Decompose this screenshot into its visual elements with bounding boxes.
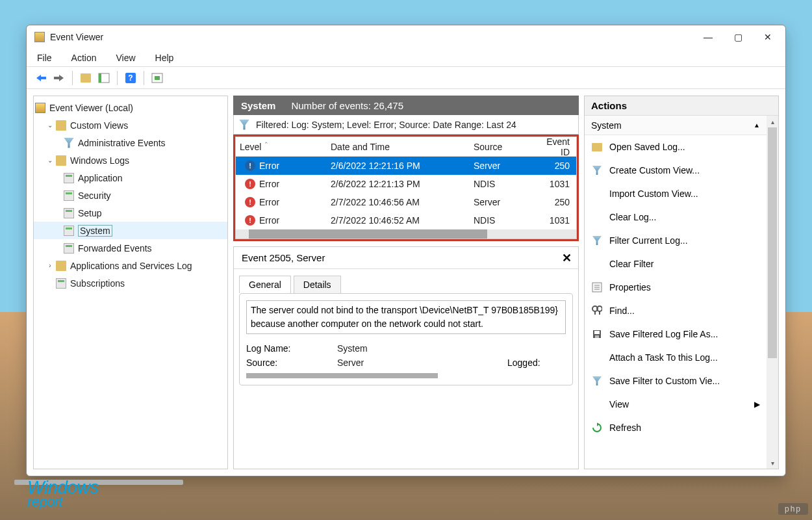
action-item[interactable]: Refresh xyxy=(585,416,767,439)
event-row[interactable]: !Error2/6/2022 12:21:16 PMServer250 xyxy=(236,157,576,175)
tree-admin-events[interactable]: Administrative Events xyxy=(34,134,227,151)
action-label: View xyxy=(609,399,629,410)
action-item[interactable]: Save Filter to Custom Vie... xyxy=(585,369,767,393)
scroll-up-icon[interactable]: ▴ xyxy=(767,116,778,127)
actions-vscrollbar[interactable]: ▴ ▾ xyxy=(767,116,778,469)
svg-rect-1 xyxy=(99,73,101,83)
col-level[interactable]: Level⌃ xyxy=(236,142,327,152)
expand-icon[interactable]: › xyxy=(45,262,55,269)
tree-windows-logs[interactable]: ⌄Windows Logs xyxy=(34,151,227,169)
detail-close-button[interactable]: ✕ xyxy=(562,251,572,265)
action-item[interactable]: Import Custom View... xyxy=(585,182,767,205)
action-item[interactable]: Find... xyxy=(585,299,767,322)
error-icon: ! xyxy=(245,161,255,171)
action-item[interactable]: Properties xyxy=(585,276,767,299)
log-icon xyxy=(64,190,74,201)
error-icon: ! xyxy=(245,197,255,207)
tree-custom-views[interactable]: ⌄Custom Views xyxy=(34,116,227,134)
detail-body: The server could not bind to the transpo… xyxy=(239,293,573,385)
col-event[interactable]: Event ID xyxy=(535,136,576,157)
maximize-button[interactable]: ▢ xyxy=(723,27,753,47)
action-item[interactable]: Open Saved Log... xyxy=(585,135,767,159)
action-item[interactable]: View▶ xyxy=(585,393,767,416)
svg-rect-5 xyxy=(155,76,160,80)
event-source: NDIS xyxy=(470,215,535,226)
navigation-tree[interactable]: Event Viewer (Local) ⌄Custom Views Admin… xyxy=(33,96,228,469)
source-value: Server xyxy=(337,358,507,368)
back-button[interactable] xyxy=(33,70,49,86)
blank-icon xyxy=(591,398,603,410)
tree-apps-services[interactable]: ›Applications and Services Log xyxy=(34,257,227,274)
tab-general[interactable]: General xyxy=(239,276,291,293)
toolbar-separator xyxy=(72,71,73,85)
event-count: Number of events: 26,475 xyxy=(291,100,403,111)
menu-view[interactable]: View xyxy=(112,51,139,64)
menu-action[interactable]: Action xyxy=(68,51,101,64)
error-icon: ! xyxy=(245,179,255,189)
tree-forwarded[interactable]: Forwarded Events xyxy=(34,239,227,257)
events-hscrollbar[interactable] xyxy=(236,229,576,239)
collapse-icon[interactable]: ⌄ xyxy=(45,122,55,129)
tree-system[interactable]: System xyxy=(34,222,227,239)
tree-subscriptions[interactable]: Subscriptions xyxy=(34,274,227,292)
close-button[interactable]: ✕ xyxy=(753,27,783,47)
toolbar-folder-icon[interactable] xyxy=(78,70,94,86)
event-id: 250 xyxy=(535,197,576,207)
collapse-icon[interactable]: ⌄ xyxy=(45,157,55,164)
refresh-icon xyxy=(591,422,603,434)
tab-details[interactable]: Details xyxy=(294,276,341,293)
tree-security[interactable]: Security xyxy=(34,187,227,204)
action-item[interactable]: Clear Log... xyxy=(585,205,767,229)
event-date: 2/6/2022 12:21:16 PM xyxy=(327,161,470,171)
log-icon xyxy=(64,243,74,254)
event-row[interactable]: !Error2/7/2022 10:46:56 AMServer250 xyxy=(236,193,576,211)
col-source[interactable]: Source xyxy=(470,142,535,152)
toolbar-help-icon[interactable]: ? xyxy=(123,70,138,86)
events-list[interactable]: Level⌃ Date and Time Source Event ID !Er… xyxy=(235,136,577,239)
folder-icon xyxy=(56,261,66,271)
toolbar-preview-icon[interactable] xyxy=(149,70,165,86)
scroll-down-icon[interactable]: ▾ xyxy=(767,457,778,469)
col-date[interactable]: Date and Time xyxy=(327,142,470,152)
menubar: File Action View Help xyxy=(27,49,785,67)
submenu-icon: ▶ xyxy=(754,400,760,409)
folder-icon xyxy=(56,155,66,166)
actions-section-header[interactable]: System ▲ xyxy=(585,116,767,135)
filter-row: Filtered: Log: System; Level: Error; Sou… xyxy=(233,115,579,135)
tree-setup[interactable]: Setup xyxy=(34,204,227,222)
action-item[interactable]: Save Filtered Log File As... xyxy=(585,322,767,346)
detail-hscrollbar[interactable] xyxy=(246,373,438,378)
toolbar-separator xyxy=(117,71,118,85)
error-icon: ! xyxy=(245,215,255,226)
log-name-label: Log Name: xyxy=(246,343,337,354)
action-item[interactable]: Clear Filter xyxy=(585,252,767,276)
find-icon xyxy=(591,305,603,317)
detail-title: Event 2505, Server xyxy=(242,252,325,263)
svg-rect-13 xyxy=(594,331,600,334)
folder-icon xyxy=(56,120,66,131)
blank-icon xyxy=(591,258,603,270)
log-icon xyxy=(64,173,74,183)
event-row[interactable]: !Error2/7/2022 10:46:52 AMNDIS1031 xyxy=(236,211,576,229)
sort-indicator-icon: ⌃ xyxy=(264,141,269,148)
menu-file[interactable]: File xyxy=(33,51,56,64)
blank-icon xyxy=(591,352,603,363)
forward-button[interactable] xyxy=(51,70,67,86)
tree-application[interactable]: Application xyxy=(34,169,227,187)
action-item[interactable]: Filter Current Log... xyxy=(585,229,767,252)
action-item[interactable]: Attach a Task To this Log... xyxy=(585,346,767,369)
filter-icon xyxy=(591,164,603,176)
event-row[interactable]: !Error2/6/2022 12:21:13 PMNDIS1031 xyxy=(236,175,576,193)
toolbar-pane-icon[interactable] xyxy=(96,70,112,86)
menu-help[interactable]: Help xyxy=(151,51,178,64)
event-level: Error xyxy=(259,179,279,189)
content-area: Event Viewer (Local) ⌄Custom Views Admin… xyxy=(27,89,785,476)
open-folder-icon xyxy=(591,141,603,153)
minimize-button[interactable]: — xyxy=(693,27,723,47)
action-label: Attach a Task To this Log... xyxy=(609,352,718,363)
action-item[interactable]: Create Custom View... xyxy=(585,159,767,182)
event-level: Error xyxy=(259,215,279,226)
watermark-logo: Windows report xyxy=(27,479,99,508)
toolbar-separator xyxy=(144,71,144,85)
tree-root[interactable]: Event Viewer (Local) xyxy=(34,99,227,116)
